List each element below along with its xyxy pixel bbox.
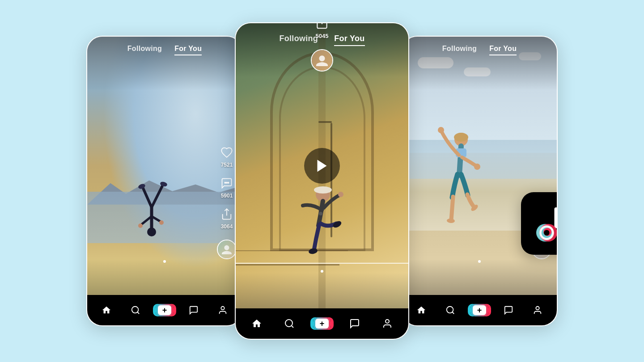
tab-foryou-left[interactable]: For You [174, 45, 202, 55]
svg-point-10 [225, 182, 225, 183]
comment-icon-left [219, 175, 235, 191]
video-overlay-bottom-center [236, 273, 408, 308]
progress-dot-right [478, 260, 481, 263]
plus-icon-left: + [158, 305, 171, 315]
nav-profile-center[interactable] [377, 318, 397, 329]
tiktok-icon [536, 205, 557, 242]
svg-point-28 [285, 320, 292, 327]
phone-left: Following For You 7521 [86, 36, 243, 326]
share-action-center[interactable]: 5045 [313, 23, 331, 39]
progress-dot-left [163, 260, 166, 263]
comment-count-left: 5901 [221, 193, 233, 199]
bottom-nav-left: + [87, 295, 242, 325]
share-icon-left [219, 206, 235, 222]
nav-inbox-right[interactable] [499, 305, 518, 315]
share-icon-center [313, 23, 331, 31]
svg-rect-39 [555, 207, 557, 228]
like-count-left: 7521 [221, 162, 233, 168]
tiktok-logo [521, 192, 557, 255]
phone-center: Following For You 8741 [235, 22, 409, 340]
svg-point-16 [221, 307, 225, 310]
svg-point-35 [474, 164, 480, 170]
avatar-center[interactable] [311, 49, 333, 72]
like-action-left[interactable]: 7521 [219, 144, 235, 168]
svg-point-32 [454, 133, 468, 142]
nav-profile-right[interactable] [528, 305, 547, 315]
nav-home-left[interactable] [97, 305, 116, 315]
nav-inbox-left[interactable] [184, 305, 203, 315]
svg-line-2 [140, 216, 152, 225]
svg-point-6 [138, 223, 143, 228]
svg-point-45 [544, 230, 550, 236]
svg-line-15 [137, 312, 139, 314]
tab-foryou-right[interactable]: For You [489, 45, 517, 55]
nav-tabs-left: Following For You [87, 45, 242, 55]
plus-icon-center: + [315, 319, 329, 328]
nav-home-right[interactable] [411, 305, 431, 315]
progress-dot-center [321, 270, 323, 273]
svg-line-47 [452, 312, 454, 314]
plus-icon-right: + [473, 305, 486, 315]
video-overlay-bottom-right [402, 259, 557, 295]
side-actions-left: 7521 5901 [217, 144, 237, 259]
video-area-left[interactable]: Following For You 7521 [87, 37, 242, 295]
phone-right: Following For You 4367 [401, 36, 558, 326]
svg-line-5 [152, 185, 163, 207]
svg-point-46 [447, 307, 453, 313]
plus-btn-center[interactable]: + [313, 317, 331, 330]
svg-line-4 [143, 187, 152, 207]
bottom-nav-right: + [402, 295, 557, 325]
nav-profile-left[interactable] [213, 305, 233, 315]
phones-container: Following For You 7521 [86, 22, 558, 340]
dancer-figure-right [425, 122, 497, 248]
tab-following-left[interactable]: Following [127, 45, 162, 55]
avatar-left[interactable] [217, 240, 237, 259]
nav-add-center[interactable]: + [312, 317, 332, 330]
share-count-left: 3064 [221, 223, 233, 230]
video-area-center[interactable]: Following For You 8741 [236, 23, 408, 308]
nav-home-center[interactable] [247, 318, 267, 329]
nav-inbox-center[interactable] [345, 318, 364, 329]
nav-search-right[interactable] [441, 305, 460, 315]
video-overlay-bottom-left [87, 259, 242, 295]
svg-point-14 [132, 307, 139, 313]
video-area-right[interactable]: Following For You 4367 [402, 37, 557, 295]
nav-search-left[interactable] [126, 305, 145, 315]
plus-btn-right[interactable]: + [470, 304, 488, 316]
svg-point-11 [226, 182, 227, 183]
dancer-figure-left [134, 174, 169, 236]
share-count-center: 5045 [316, 33, 329, 39]
svg-line-29 [291, 326, 293, 328]
share-action-left[interactable]: 3064 [219, 206, 235, 230]
nav-add-right[interactable]: + [470, 304, 489, 316]
svg-point-36 [446, 218, 455, 223]
svg-point-48 [536, 307, 539, 310]
nav-add-left[interactable]: + [155, 304, 174, 316]
heart-icon-left [219, 144, 235, 160]
plus-btn-left[interactable]: + [156, 304, 174, 316]
bottom-nav-center: + [236, 308, 408, 339]
nav-search-center[interactable] [280, 318, 299, 329]
comment-action-left[interactable]: 5901 [219, 175, 235, 199]
svg-point-12 [228, 182, 229, 183]
svg-point-34 [438, 127, 444, 133]
svg-point-7 [159, 220, 164, 225]
tab-following-right[interactable]: Following [442, 45, 477, 55]
side-actions-center: 8741 6180 [236, 23, 408, 264]
svg-point-30 [386, 320, 389, 323]
nav-tabs-right: Following For You [402, 45, 557, 55]
